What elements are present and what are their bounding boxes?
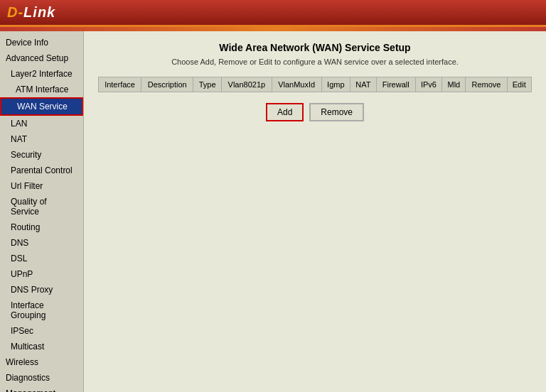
col-header-edit: Edit bbox=[507, 77, 531, 92]
buttons-area: Add Remove bbox=[98, 103, 532, 121]
col-header-mld: Mld bbox=[442, 77, 466, 92]
sidebar-item-device-info[interactable]: Device Info bbox=[0, 35, 83, 50]
wan-table: InterfaceDescriptionTypeVlan8021pVlanMux… bbox=[98, 77, 532, 92]
col-header-vlan8021p: Vlan8021p bbox=[222, 77, 272, 92]
header: D-Link bbox=[0, 0, 546, 27]
sidebar-item-security[interactable]: Security bbox=[0, 147, 83, 163]
sidebar-item-ipsec[interactable]: IPSec bbox=[0, 323, 83, 339]
remove-button[interactable]: Remove bbox=[309, 103, 364, 121]
col-header-type: Type bbox=[193, 77, 222, 92]
sidebar-item-diagnostics[interactable]: Diagnostics bbox=[0, 370, 83, 386]
page-subtitle: Choose Add, Remove or Edit to configure … bbox=[98, 58, 532, 66]
col-header-vlanmuxid: VlanMuxId bbox=[272, 77, 321, 92]
sidebar-item-interface-grouping[interactable]: Interface Grouping bbox=[0, 298, 83, 323]
sidebar: Device InfoAdvanced SetupLayer2 Interfac… bbox=[0, 31, 84, 392]
sidebar-item-nat[interactable]: NAT bbox=[0, 131, 83, 147]
sidebar-item-multicast[interactable]: Multicast bbox=[0, 339, 83, 354]
sidebar-item-wireless[interactable]: Wireless bbox=[0, 354, 83, 370]
col-header-remove: Remove bbox=[466, 77, 507, 92]
table-header-row: InterfaceDescriptionTypeVlan8021pVlanMux… bbox=[99, 77, 532, 92]
sidebar-item-parental-control[interactable]: Parental Control bbox=[0, 163, 83, 178]
col-header-interface: Interface bbox=[99, 77, 141, 92]
sidebar-item-advanced-setup[interactable]: Advanced Setup bbox=[0, 50, 83, 66]
sidebar-item-dns[interactable]: DNS bbox=[0, 235, 83, 251]
logo-dash: D- bbox=[7, 4, 23, 20]
sidebar-item-routing[interactable]: Routing bbox=[0, 219, 83, 235]
col-header-firewall: Firewall bbox=[376, 77, 415, 92]
main-content: Wide Area Network (WAN) Service Setup Ch… bbox=[84, 31, 546, 392]
page-title: Wide Area Network (WAN) Service Setup bbox=[98, 42, 532, 53]
layout: Device InfoAdvanced SetupLayer2 Interfac… bbox=[0, 31, 546, 392]
sidebar-item-wan-service[interactable]: WAN Service bbox=[0, 97, 83, 116]
logo: D-Link bbox=[7, 4, 55, 21]
sidebar-item-layer2-interface[interactable]: Layer2 Interface bbox=[0, 66, 83, 82]
sidebar-item-management[interactable]: Management bbox=[0, 386, 83, 392]
logo-name: Link bbox=[23, 4, 55, 20]
sidebar-item-lan[interactable]: LAN bbox=[0, 116, 83, 131]
sidebar-item-upnp[interactable]: UPnP bbox=[0, 266, 83, 282]
sidebar-item-url-filter[interactable]: Url Filter bbox=[0, 178, 83, 194]
add-button[interactable]: Add bbox=[266, 103, 304, 121]
sidebar-item-quality-of-service[interactable]: Quality of Service bbox=[0, 194, 83, 219]
col-header-ipv6: IPv6 bbox=[415, 77, 442, 92]
sidebar-item-dsl[interactable]: DSL bbox=[0, 251, 83, 266]
col-header-description: Description bbox=[141, 77, 193, 92]
sidebar-item-dns-proxy[interactable]: DNS Proxy bbox=[0, 282, 83, 298]
col-header-nat: NAT bbox=[350, 77, 376, 92]
sidebar-item-atm-interface[interactable]: ATM Interface bbox=[0, 82, 83, 97]
col-header-igmp: Igmp bbox=[321, 77, 350, 92]
